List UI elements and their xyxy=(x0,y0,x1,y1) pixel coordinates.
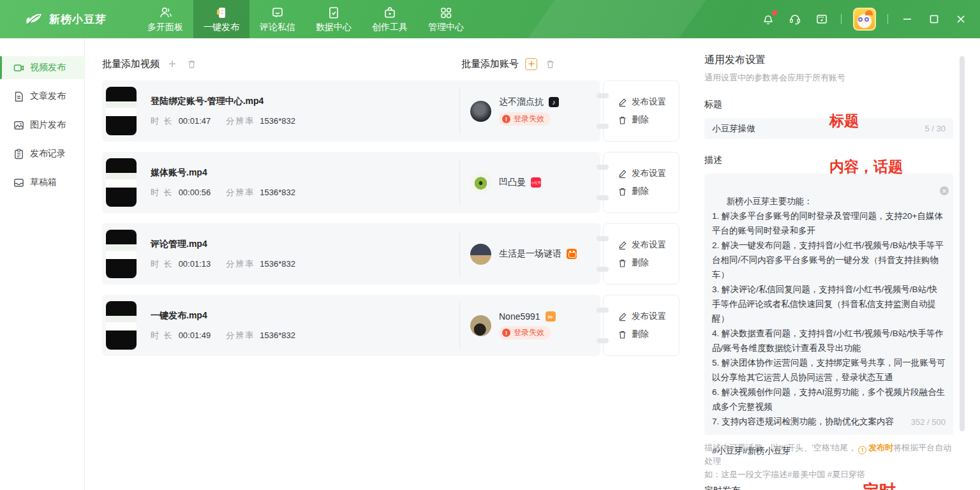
publish-row: 媒体账号.mp4 时 长 00:00:56 分辨率 1536*832 凹凸曼 xyxy=(102,152,679,213)
hint-highlight: 发布时 xyxy=(868,443,893,452)
account-name: 生活是一场谜语 xyxy=(499,248,561,260)
warning-circle-icon: ! xyxy=(858,446,866,454)
title-input[interactable]: 小豆芽操做 5 / 30 xyxy=(704,118,953,139)
sidebar-item-article-publish[interactable]: 文章发布 xyxy=(0,85,84,108)
trash-icon xyxy=(618,187,627,197)
resolution-label: 分辨率 xyxy=(226,115,255,127)
video-title: 评论管理.mp4 xyxy=(151,239,306,250)
sidebar-item-image-publish[interactable]: 图片发布 xyxy=(0,114,84,137)
delete-button[interactable]: 删除 xyxy=(618,186,679,197)
panel-subtitle: 通用设置中的参数将会应用于所有账号 xyxy=(704,72,953,84)
desc-field-label: 描述 xyxy=(704,154,953,166)
sprout-logo-icon xyxy=(24,10,43,29)
article-icon xyxy=(13,91,24,102)
publish-settings-label: 发布设置 xyxy=(632,168,666,179)
account-avatar xyxy=(470,315,491,336)
delete-button[interactable]: 删除 xyxy=(618,114,679,126)
account-name: 凹凸曼 xyxy=(499,177,526,188)
publish-row: 一键发布.mp4 时 长 00:01:49 分辨率 1536*832 None5… xyxy=(102,295,679,356)
app-logo: 新榜小豆芽 xyxy=(0,10,137,29)
sidebar-item-label: 视频发布 xyxy=(30,62,66,73)
publish-settings-button[interactable]: 发布设置 xyxy=(618,168,679,179)
chat-icon xyxy=(271,6,285,20)
publish-settings-button[interactable]: 发布设置 xyxy=(618,311,679,322)
main-content: 批量添加视频 批量添加账号 登陆绑定账号-管理中心.mp4 时 xyxy=(85,38,689,490)
platform-icon xyxy=(567,249,577,259)
delete-button[interactable]: 删除 xyxy=(618,257,679,269)
nav-label: 数据中心 xyxy=(316,22,352,33)
publish-settings-button[interactable]: 发布设置 xyxy=(618,96,679,108)
publish-settings-button[interactable]: 发布设置 xyxy=(618,239,679,251)
support-headset-icon[interactable] xyxy=(787,11,803,27)
delete-button[interactable]: 删除 xyxy=(618,329,679,340)
desc-counter: 352 / 500 xyxy=(911,415,946,429)
nav-label: 一键发布 xyxy=(204,22,239,33)
nav-comments-messages[interactable]: 评论私信 xyxy=(249,0,306,38)
video-thumbnail[interactable] xyxy=(106,87,137,135)
plus-icon xyxy=(527,59,536,68)
platform-icon xyxy=(549,97,559,107)
mini-window-icon[interactable] xyxy=(814,11,829,27)
trash-icon xyxy=(618,258,627,268)
row-action-card: 发布设置 删除 xyxy=(603,295,679,356)
sidebar-item-video-publish[interactable]: 视频发布 xyxy=(0,56,84,79)
notification-bell-icon[interactable] xyxy=(761,11,776,27)
sidebar-item-drafts[interactable]: 草稿箱 xyxy=(0,171,84,194)
clear-videos-button[interactable] xyxy=(185,57,198,70)
platform-icon xyxy=(531,177,541,188)
minimize-button[interactable] xyxy=(900,11,915,27)
nav-one-click-publish[interactable]: 一键发布 xyxy=(193,0,249,38)
add-video-button[interactable] xyxy=(166,57,179,70)
nav-multi-panel[interactable]: 多开面板 xyxy=(137,0,193,38)
sidebar-item-publish-records[interactable]: 发布记录 xyxy=(0,142,84,165)
nav-data-center[interactable]: 数据中心 xyxy=(306,0,362,38)
publish-settings-label: 发布设置 xyxy=(632,96,666,108)
clear-description-icon[interactable]: ✕ xyxy=(940,186,949,195)
video-thumbnail[interactable] xyxy=(106,230,137,278)
edit-pencil-icon xyxy=(618,98,627,107)
delete-label: 删除 xyxy=(632,114,649,126)
row-card: 媒体账号.mp4 时 长 00:00:56 分辨率 1536*832 凹凸曼 xyxy=(102,152,600,213)
nav-management-center[interactable]: 管理中心 xyxy=(418,0,474,38)
video-thumbnail[interactable] xyxy=(106,158,137,207)
schedule-label: 定时发布 xyxy=(704,485,740,490)
nav-creation-tools[interactable]: 创作工具 xyxy=(362,0,418,38)
duration-label: 时 长 xyxy=(151,330,174,341)
row-card: 登陆绑定账号-管理中心.mp4 时 长 00:01:47 分辨率 1536*83… xyxy=(102,80,600,142)
title-counter: 5 / 30 xyxy=(924,124,946,133)
rows-container: 登陆绑定账号-管理中心.mp4 时 长 00:01:47 分辨率 1536*83… xyxy=(102,80,679,356)
maximize-button[interactable] xyxy=(926,11,942,27)
error-icon: ! xyxy=(502,329,510,337)
trash-icon xyxy=(546,59,555,69)
error-icon: ! xyxy=(502,115,510,123)
clear-accounts-button[interactable] xyxy=(544,57,556,70)
panel-scrollbar[interactable] xyxy=(960,56,965,431)
accounts-section-title: 批量添加账号 xyxy=(461,58,519,70)
resolution-value: 1536*832 xyxy=(260,116,295,126)
nav-label: 管理中心 xyxy=(428,22,464,33)
duration-value: 00:01:49 xyxy=(179,330,211,340)
video-title: 一键发布.mp4 xyxy=(151,310,306,322)
clipboard-icon xyxy=(13,149,24,160)
nav-label: 创作工具 xyxy=(372,22,408,33)
status-text: 登录失效 xyxy=(514,327,544,338)
delete-label: 删除 xyxy=(632,257,649,269)
grid-icon xyxy=(439,6,453,20)
description-textarea[interactable]: 新榜小豆芽主要功能： 1. 解决多平台多账号的同时登录及管理问题，支持20+自媒… xyxy=(704,174,953,435)
add-account-button[interactable] xyxy=(525,58,537,70)
publish-settings-label: 发布设置 xyxy=(632,239,666,251)
account-name: 达不溜点抗 xyxy=(499,96,544,108)
video-thumbnail[interactable] xyxy=(106,301,137,350)
video-title: 登陆绑定账号-管理中心.mp4 xyxy=(151,96,306,107)
trash-icon xyxy=(187,59,197,69)
close-button[interactable] xyxy=(953,11,969,27)
video-title: 媒体账号.mp4 xyxy=(151,167,306,179)
edit-pencil-icon xyxy=(618,169,627,179)
user-avatar[interactable] xyxy=(853,8,876,31)
duration-value: 00:01:47 xyxy=(179,116,211,126)
duration-label: 时 长 xyxy=(151,258,174,270)
resolution-label: 分辨率 xyxy=(226,187,255,198)
duration-label: 时 长 xyxy=(151,115,174,127)
title-value: 小豆芽操做 xyxy=(712,123,924,135)
top-nav: 多开面板 一键发布 评论私信 数据中心 创作工具 管理中心 xyxy=(137,0,474,38)
